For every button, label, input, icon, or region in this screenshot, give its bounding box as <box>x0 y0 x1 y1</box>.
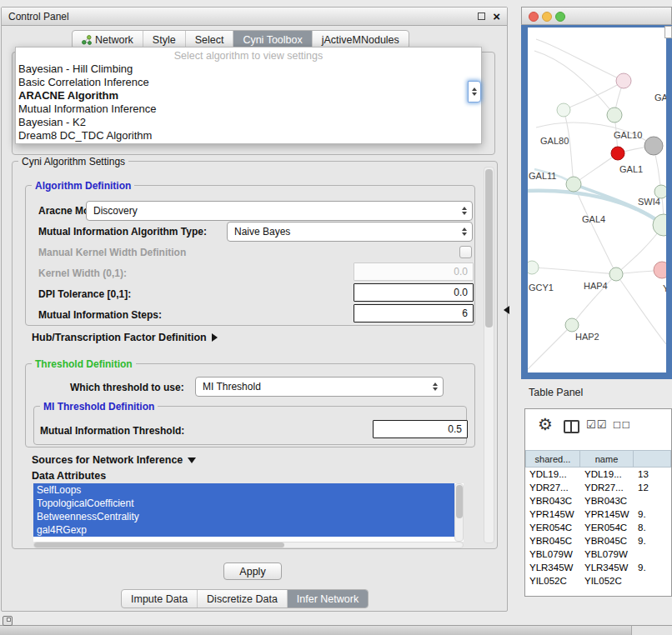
tab-cyni-toolbox[interactable]: Cyni Toolbox <box>233 31 312 48</box>
table-row[interactable]: YBL079WYBL079W <box>525 548 671 561</box>
float-panel-icon[interactable] <box>478 12 485 20</box>
combo-stepper-icon <box>459 207 472 215</box>
mi-steps-input[interactable]: 6 <box>354 304 474 322</box>
table-row[interactable]: YDL19...YDL19...13 <box>525 468 671 481</box>
node-label: GCY1 <box>529 282 554 292</box>
table-row[interactable]: YBR043CYBR043C <box>525 494 671 508</box>
table-row[interactable]: YIL052CYIL052C <box>525 574 671 588</box>
table-cell: YIL052C <box>580 574 634 588</box>
network-edge[interactable] <box>564 81 624 110</box>
table-cell <box>634 548 671 561</box>
mi-steps-label: Mutual Information Steps: <box>38 309 162 321</box>
node-label: GAL10 <box>614 130 642 140</box>
hub-section-toggle[interactable]: Hub/Transcription Factor Definition <box>32 332 218 343</box>
algorithm-option[interactable]: Mutual Information Inference <box>16 102 481 116</box>
network-node[interactable] <box>644 137 663 155</box>
network-canvas[interactable]: GALGAL80GAL10GAL11GAL1SWI4GAL4GCY1HAP4YH… <box>528 28 666 372</box>
tab-network[interactable]: Network <box>73 31 143 48</box>
close-traffic-light[interactable] <box>529 12 539 22</box>
network-node[interactable] <box>616 73 631 88</box>
dpi-tolerance-label: DPI Tolerance [0,1]: <box>38 288 131 300</box>
gear-icon[interactable]: ⚙ <box>538 416 553 432</box>
mi-threshold-group-title: MI Threshold Definition <box>40 401 158 412</box>
algorithm-option[interactable]: ARACNE Algorithm <box>16 89 481 102</box>
aracne-mode-select[interactable]: Discovery <box>86 201 473 221</box>
network-node[interactable] <box>528 261 539 274</box>
network-scrollbar-corner[interactable] <box>664 26 672 38</box>
algorithm-option[interactable]: Bayesian - Hill Climbing <box>16 62 481 76</box>
bottom-tab-impute-data[interactable]: Impute Data <box>122 590 198 608</box>
node-label: HAP4 <box>584 281 608 291</box>
node-label: Y <box>663 283 666 293</box>
network-edge[interactable] <box>536 39 624 81</box>
settings-scrollbar-thumb[interactable] <box>485 169 493 328</box>
restore-window-icon[interactable] <box>3 616 13 626</box>
table-cell: YBR043C <box>525 494 580 508</box>
columns-icon[interactable] <box>564 420 579 433</box>
application-root: Control Panel × NetworkStyleSelectCyni T… <box>0 0 672 635</box>
table-row[interactable]: YDR27...YDR27...12 <box>525 481 671 494</box>
algorithm-option[interactable]: Dream8 DC_TDC Algorithm <box>16 129 481 142</box>
network-node[interactable] <box>609 268 623 281</box>
network-node[interactable] <box>557 103 570 117</box>
select-all-checks-icon[interactable]: ☑☑ <box>586 418 607 431</box>
tab-select[interactable]: Select <box>186 31 234 48</box>
attributes-hscrollbar-thumb[interactable] <box>34 542 284 548</box>
tab-jactivemnodules[interactable]: jActiveMNodules <box>313 31 409 48</box>
minimize-traffic-light[interactable] <box>542 12 552 22</box>
column-header[interactable] <box>634 450 671 468</box>
zoom-traffic-light[interactable] <box>555 12 565 22</box>
apply-button[interactable]: Apply <box>223 562 282 580</box>
attribute-item[interactable]: TopologicalCoefficient <box>33 497 454 510</box>
algorithm-option[interactable]: Basic Correlation Inference <box>16 76 481 89</box>
tab-style[interactable]: Style <box>143 31 186 48</box>
network-edge[interactable] <box>616 274 666 344</box>
bottom-tab-infer-network[interactable]: Infer Network <box>288 590 368 608</box>
table-cell: YLR345W <box>580 561 634 574</box>
table-cell: YLR345W <box>525 561 580 574</box>
kernel-width-input[interactable]: 0.0 <box>354 262 474 281</box>
table-body: YDL19...YDL19...13YDR27...YDR27...12YBR0… <box>525 468 671 596</box>
manual-kernel-checkbox[interactable] <box>459 246 472 258</box>
column-header[interactable]: name <box>580 450 634 468</box>
table-row[interactable]: YPR145WYPR145W9. <box>525 508 671 521</box>
table-cell: YBL079W <box>580 548 634 561</box>
network-edge[interactable] <box>574 153 618 184</box>
network-node[interactable] <box>611 147 624 160</box>
network-node[interactable] <box>566 177 581 192</box>
attributes-scrollbar-thumb[interactable] <box>456 485 463 518</box>
table-row[interactable]: YLR345WYLR345W9. <box>525 561 671 574</box>
stepper-down-icon <box>472 92 477 96</box>
combo-value: Naive Bayes <box>228 226 459 238</box>
control-panel-titlebar: Control Panel × <box>2 8 507 26</box>
network-node[interactable] <box>654 262 666 278</box>
which-threshold-select[interactable]: MI Threshold <box>195 377 444 397</box>
bottom-tab-discretize-data[interactable]: Discretize Data <box>198 590 288 608</box>
attribute-item[interactable]: BetweennessCentrality <box>33 510 454 523</box>
algorithm-option[interactable]: Bayesian - K2 <box>16 116 481 129</box>
network-node[interactable] <box>565 318 579 332</box>
sources-section-toggle[interactable]: Sources for Network Inference <box>32 454 196 466</box>
table-cell: YPR145W <box>525 508 580 521</box>
attribute-item[interactable]: SelfLoops <box>33 483 454 497</box>
table-row[interactable]: YER054CYER054C8. <box>525 521 671 534</box>
node-label: SWI4 <box>638 197 660 207</box>
column-header[interactable]: shared... <box>525 450 580 468</box>
network-edge[interactable] <box>532 268 616 274</box>
dpi-tolerance-input[interactable]: 0.0 <box>354 283 474 302</box>
table-cell: 8. <box>634 521 671 534</box>
algorithm-popup-list: Bayesian - Hill ClimbingBasic Correlatio… <box>16 62 481 142</box>
panel-collapse-arrow[interactable] <box>504 306 509 314</box>
close-panel-icon[interactable]: × <box>493 9 500 23</box>
algorithm-combo-stepper[interactable] <box>468 81 481 102</box>
network-edge[interactable] <box>564 110 574 184</box>
mi-type-select[interactable]: Naive Bayes <box>227 222 473 242</box>
attribute-item[interactable]: gal4RGexp <box>33 523 454 537</box>
expanded-arrow-icon <box>188 458 196 463</box>
mi-threshold-input[interactable]: 0.5 <box>373 420 468 438</box>
clear-checks-icon[interactable]: ☐☐ <box>613 420 631 431</box>
table-row[interactable]: YBR045CYBR045C9. <box>525 534 671 548</box>
status-bar <box>0 625 672 635</box>
network-edge[interactable] <box>528 325 572 369</box>
network-node[interactable] <box>607 108 622 122</box>
